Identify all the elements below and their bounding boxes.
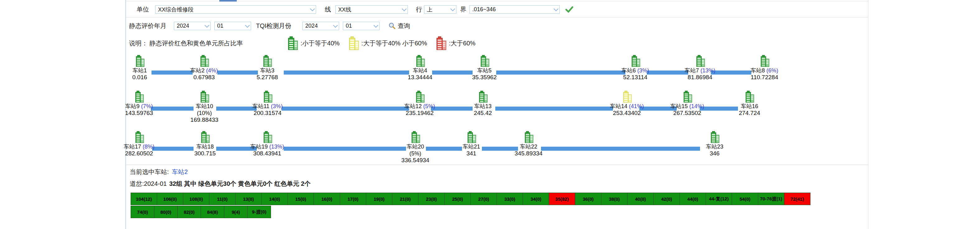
station-percent: (8%) xyxy=(143,144,154,150)
building-icon-green xyxy=(404,90,435,103)
turnout-cell-40(0)[interactable]: 40(0) xyxy=(627,193,654,205)
station-车站4[interactable]: 车站413.34444 xyxy=(407,55,432,81)
turnout-cell-80(0)[interactable]: 80(0) xyxy=(154,206,178,218)
station-label: 车站1 xyxy=(132,67,147,74)
station-车站13[interactable]: 车站13245.42 xyxy=(474,90,492,117)
turnout-cell-70-76渡(1)[interactable]: 70-76渡(1) xyxy=(758,193,784,205)
station-车站14[interactable]: 车站14 (41%)253.43402 xyxy=(610,90,644,117)
confirm-check-icon[interactable] xyxy=(565,6,573,13)
static-month-select[interactable]: 01 xyxy=(214,22,251,30)
turnout-cell-108(0)[interactable]: 108(0) xyxy=(183,193,209,205)
building-icon-green xyxy=(474,90,492,103)
turnout-cell-104(12)[interactable]: 104(12) xyxy=(130,193,157,205)
tqi-year-select[interactable]: 2024 xyxy=(302,22,339,30)
station-车站3[interactable]: 车站35.27768 xyxy=(257,55,278,81)
turnout-cell-44(0)[interactable]: 44(0) xyxy=(679,193,706,205)
turnout-cell-44-复(12)[interactable]: 44-复(12) xyxy=(706,193,732,205)
turnout-cell-33(0)[interactable]: 33(0) xyxy=(496,193,523,205)
station-mileage: 282.60502 xyxy=(124,150,154,157)
turnout-cell-14(0)[interactable]: 14(0) xyxy=(261,193,288,205)
station-mileage: 346 xyxy=(706,150,723,157)
station-车站16[interactable]: 车站16274.724 xyxy=(739,90,760,117)
station-mileage: 200.31574 xyxy=(252,110,283,117)
station-车站23[interactable]: 车站23346 xyxy=(706,131,723,157)
station-label: 车站19 (13%) xyxy=(250,143,284,150)
building-icon-green xyxy=(124,131,154,143)
turnout-grid-row: 74(0)80(0)82(0)84(8)9(4)9-渡(0) xyxy=(130,206,270,218)
station-percent: (41%) xyxy=(629,103,644,109)
turnout-cell-35(82)[interactable]: 35(82) xyxy=(549,193,575,205)
direction-select[interactable]: 上 xyxy=(424,5,457,14)
station-车站8[interactable]: 车站8 (6%)110.72284 xyxy=(750,55,778,81)
turnout-cell-25(0)[interactable]: 25(0) xyxy=(444,193,471,205)
station-mileage: 253.43402 xyxy=(610,110,644,117)
building-icon-green xyxy=(125,90,153,103)
search-button[interactable]: 查询 xyxy=(388,22,410,30)
boundary-select[interactable]: .016~346 xyxy=(469,5,560,14)
turnout-cell-34(0)[interactable]: 34(0) xyxy=(523,193,549,205)
turnout-cell-13(0)[interactable]: 13(0) xyxy=(235,193,262,205)
station-车站9[interactable]: 车站9 (7%)143.59763 xyxy=(125,90,153,117)
turnout-cell-54(0)[interactable]: 54(0) xyxy=(732,193,758,205)
turnout-cell-38(0)[interactable]: 38(0) xyxy=(601,193,627,205)
station-mileage: 35.35962 xyxy=(472,74,496,81)
turnout-cell-84(8)[interactable]: 84(8) xyxy=(200,206,224,218)
tqi-month-select[interactable]: 01 xyxy=(343,22,380,30)
turnout-cell-72(41)[interactable]: 72(41) xyxy=(784,193,810,205)
station-mileage: 52.13114 xyxy=(621,74,649,81)
turnout-cell-23(0)[interactable]: 23(0) xyxy=(418,193,445,205)
station-label: 车站11 (3%) xyxy=(252,103,283,110)
station-percent: (4%) xyxy=(206,68,218,74)
building-icon-green xyxy=(739,90,760,103)
station-percent: (10%) xyxy=(190,110,218,117)
turnout-cell-17(0)[interactable]: 17(0) xyxy=(340,193,366,205)
station-mileage: 5.27768 xyxy=(257,74,278,81)
turnout-cell-15(0)[interactable]: 15(0) xyxy=(288,193,314,205)
station-车站15[interactable]: 车站15 (14%)267.53502 xyxy=(670,90,704,117)
line-select-value: XX线 xyxy=(338,6,351,13)
station-车站7[interactable]: 车站7 (13%)81.86984 xyxy=(684,55,715,81)
station-车站19[interactable]: 车站19 (13%)308.43941 xyxy=(250,131,284,157)
station-label: 车站21 xyxy=(463,143,480,150)
station-车站6[interactable]: 车站6 (3%)52.13114 xyxy=(621,55,649,81)
line-select[interactable]: XX线 xyxy=(336,5,408,14)
legend: 说明： 静态评价红色和黄色单元所占比率 :小于等于40% :大于等于40% 小于… xyxy=(126,34,868,52)
turnout-cell-27(0)[interactable]: 27(0) xyxy=(470,193,497,205)
track-segment xyxy=(284,147,406,151)
turnout-cell-9-渡(0)[interactable]: 9-渡(0) xyxy=(247,206,271,218)
station-车站5[interactable]: 车站535.35962 xyxy=(472,55,496,81)
query-toolbar: 静态评价年月 2024 01 TQI检测月份 2024 01 查询 xyxy=(126,18,868,33)
station-车站2[interactable]: 车站2 (4%)0.67983 xyxy=(190,55,218,81)
turnout-cell-106(0)[interactable]: 106(0) xyxy=(157,193,183,205)
turnout-cell-16(0)[interactable]: 16(0) xyxy=(313,193,340,205)
station-车站17[interactable]: 车站17 (8%)282.60502 xyxy=(124,131,154,157)
turnout-cell-11(0)[interactable]: 11(0) xyxy=(209,193,235,205)
station-车站18[interactable]: 车站18300.715 xyxy=(194,131,216,157)
turnout-cell-36(0)[interactable]: 36(0) xyxy=(575,193,601,205)
turnout-cell-19(0)[interactable]: 19(0) xyxy=(366,193,392,205)
station-车站21[interactable]: 车站21341 xyxy=(463,131,480,157)
selected-station-link[interactable]: 车站2 xyxy=(172,168,188,175)
chevron-down-icon xyxy=(450,6,455,11)
static-year-select[interactable]: 2024 xyxy=(174,22,211,30)
station-车站11[interactable]: 车站11 (3%)200.31574 xyxy=(252,90,283,117)
station-车站22[interactable]: 车站22345.89334 xyxy=(515,131,542,157)
track-segment xyxy=(482,147,518,151)
building-icon-green xyxy=(257,55,278,67)
station-车站20[interactable]: 车站20(5%)336.54934 xyxy=(401,131,430,164)
turnout-cell-9(4)[interactable]: 9(4) xyxy=(224,206,248,218)
turnout-cell-42(0)[interactable]: 42(0) xyxy=(653,193,680,205)
station-车站12[interactable]: 车站12 (5%)235.19462 xyxy=(404,90,435,117)
static-year-value: 2024 xyxy=(177,23,189,29)
unit-select[interactable]: XX综合维修段 xyxy=(155,5,316,14)
station-mileage: 0.016 xyxy=(132,74,147,81)
turnout-cell-21(0)[interactable]: 21(0) xyxy=(392,193,418,205)
turnout-cell-82(0)[interactable]: 82(0) xyxy=(177,206,201,218)
static-month-value: 01 xyxy=(217,23,223,29)
track-segment xyxy=(151,71,192,74)
track-segment xyxy=(216,107,257,111)
station-车站1[interactable]: 车站10.016 xyxy=(132,55,147,81)
boundary-label: 界 xyxy=(460,5,466,14)
turnout-cell-74(0)[interactable]: 74(0) xyxy=(130,206,154,218)
station-车站10[interactable]: 车站10(10%)169.88433 xyxy=(190,90,218,123)
